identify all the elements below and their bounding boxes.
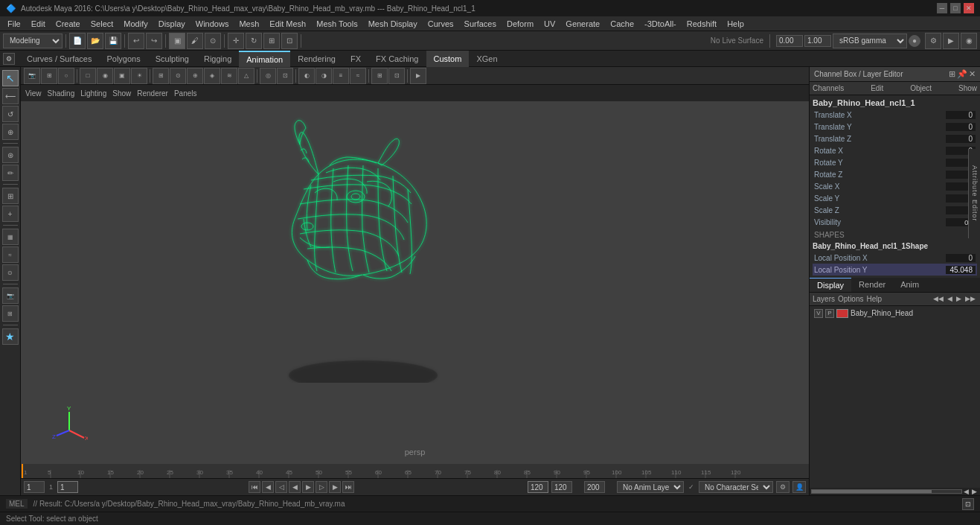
layer-color-swatch[interactable] xyxy=(836,309,848,318)
tab-fx-caching[interactable]: FX Caching xyxy=(368,51,426,67)
vp-view-menu[interactable]: View xyxy=(25,89,42,98)
show-manipulator-btn[interactable]: ⊞ xyxy=(2,188,19,204)
scroll-track[interactable] xyxy=(811,489,962,494)
2d-pan-btn[interactable]: ⊞ xyxy=(371,68,388,84)
next-key-btn[interactable]: ▷ xyxy=(316,481,327,493)
menu-modify[interactable]: Modify xyxy=(119,18,152,30)
channel-rotate-x[interactable]: Rotate X 0 xyxy=(813,144,977,156)
wireframe-btn[interactable]: □ xyxy=(80,68,96,84)
render-settings-btn[interactable]: ⚙ xyxy=(925,33,941,49)
redo-btn[interactable]: ↪ xyxy=(146,33,162,49)
rotate-btn[interactable]: ↻ xyxy=(246,33,262,49)
smooth-shade-btn[interactable]: ◉ xyxy=(97,68,113,84)
channel-scale-y[interactable]: Scale Y 1 xyxy=(813,192,977,204)
snap-grid-btn[interactable]: ▦ xyxy=(2,229,19,245)
menu-select[interactable]: Select xyxy=(86,18,118,30)
exposure-input[interactable] xyxy=(804,35,831,47)
scroll-thumb[interactable] xyxy=(812,490,932,493)
tab-display[interactable]: Display xyxy=(810,278,851,292)
render-btn[interactable]: ▶ xyxy=(943,33,959,49)
skip-start-btn[interactable]: ⏮ xyxy=(249,481,260,493)
current-frame-input[interactable] xyxy=(24,481,45,493)
joint-btn[interactable]: ⊙ xyxy=(170,68,186,84)
anim-prefs-btn[interactable]: ⚙ xyxy=(776,481,790,493)
vp-shading-menu[interactable]: Shading xyxy=(48,89,75,98)
channel-local-pos-x[interactable]: Local Position X 0 xyxy=(813,252,977,264)
play-back-btn[interactable]: ◀ xyxy=(289,481,301,493)
menu-create[interactable]: Create xyxy=(51,18,85,30)
options-menu-btn[interactable]: Options xyxy=(838,295,863,303)
channel-scale-x[interactable]: Scale X 1 xyxy=(813,180,977,192)
scroll-left-btn[interactable]: ◀ xyxy=(962,488,970,495)
prev-frame-btn[interactable]: ◀ xyxy=(262,481,274,493)
help-menu-btn[interactable]: Help xyxy=(866,295,882,303)
texture-btn[interactable]: ▣ xyxy=(114,68,130,84)
move-btn[interactable]: ✛ xyxy=(228,33,244,49)
layer-skip-start-btn[interactable]: ◀◀ xyxy=(932,295,945,302)
polygon-btn[interactable]: △ xyxy=(238,68,254,84)
paint-select-btn[interactable]: 🖌 xyxy=(187,33,203,49)
gamma-input[interactable] xyxy=(776,35,803,47)
timeline-ruler[interactable]: 1 5 10 15 20 25 30 xyxy=(21,464,809,479)
ao-btn[interactable]: ◑ xyxy=(316,68,332,84)
resolution-btn[interactable]: ⊡ xyxy=(277,68,293,84)
select-mode-btn[interactable]: ▣ xyxy=(169,33,185,49)
lighting-btn[interactable]: ☀ xyxy=(131,68,147,84)
cb-channels-menu[interactable]: Channels xyxy=(813,84,844,92)
color-profile-select[interactable]: sRGB gamma xyxy=(833,34,907,48)
workspace-settings-btn[interactable]: ⚙ xyxy=(3,53,15,65)
cb-expand-btn[interactable]: ⊞ xyxy=(949,69,955,79)
menu-mesh[interactable]: Mesh xyxy=(234,18,263,30)
menu-generate[interactable]: Generate xyxy=(561,18,604,30)
anim-layer-select[interactable]: No Anim Layer xyxy=(617,481,684,493)
char-prefs-btn[interactable]: 👤 xyxy=(792,481,806,493)
transform-tool-btn[interactable]: ⟵ xyxy=(2,88,19,104)
channel-scale-z[interactable]: Scale Z 1 xyxy=(813,204,977,216)
next-frame-btn[interactable]: ▶ xyxy=(329,481,341,493)
menu-curves[interactable]: Curves xyxy=(423,18,458,30)
tab-polygons[interactable]: Polygons xyxy=(99,51,147,67)
channel-translate-z[interactable]: Translate Z 0 xyxy=(813,133,977,144)
rotate-tool-btn[interactable]: ↺ xyxy=(2,106,19,122)
close-button[interactable]: ✕ xyxy=(964,3,974,13)
channel-rotate-z[interactable]: Rotate Z 0 xyxy=(813,168,977,180)
nurbs-btn[interactable]: ≋ xyxy=(221,68,237,84)
tab-sculpting[interactable]: Sculpting xyxy=(148,51,196,67)
grid-toggle-btn[interactable]: ⊞ xyxy=(153,68,169,84)
layers-menu-btn[interactable]: Layers xyxy=(813,295,835,303)
range-start-input[interactable] xyxy=(57,481,78,493)
tab-fx[interactable]: FX xyxy=(343,51,368,67)
xray-btn[interactable]: ◎ xyxy=(260,68,276,84)
maximize-button[interactable]: □ xyxy=(950,3,961,13)
save-scene-btn[interactable]: 💾 xyxy=(105,33,121,49)
tab-xgen[interactable]: XGen xyxy=(469,51,505,67)
panel-scrollbar[interactable]: ◀ ▶ xyxy=(810,488,980,495)
range-end-input[interactable] xyxy=(528,481,548,493)
skip-end-btn[interactable]: ⏭ xyxy=(342,481,354,493)
scroll-right-btn[interactable]: ▶ xyxy=(970,488,979,495)
cb-edit-menu[interactable]: Edit xyxy=(871,84,883,92)
motion-blur-btn[interactable]: ≈ xyxy=(350,68,366,84)
character-set-select[interactable]: No Character Set xyxy=(699,481,773,493)
sculpt-btn[interactable]: ✏ xyxy=(2,165,19,181)
menu-deform[interactable]: Deform xyxy=(502,18,538,30)
prev-key-btn[interactable]: ◁ xyxy=(275,481,287,493)
tab-render[interactable]: Render xyxy=(851,278,893,292)
layer-playback-toggle[interactable]: P xyxy=(825,309,834,318)
tab-animation[interactable]: Animation xyxy=(239,51,290,67)
scale-tool-btn[interactable]: ⊕ xyxy=(2,124,19,140)
cb-close-btn[interactable]: ✕ xyxy=(969,69,976,79)
menu-edit-mesh[interactable]: Edit Mesh xyxy=(265,18,310,30)
camera-btn[interactable]: 📷 xyxy=(2,287,19,304)
ik-btn[interactable]: ⊕ xyxy=(187,68,203,84)
snap-curve-btn[interactable]: ≈ xyxy=(2,246,19,263)
script-editor-btn[interactable]: ⊡ xyxy=(962,498,974,510)
vp-panels-menu[interactable]: Panels xyxy=(174,89,197,98)
menu-mesh-display[interactable]: Mesh Display xyxy=(364,18,422,30)
quad-btn[interactable]: ⊞ xyxy=(2,305,19,322)
soft-mod-btn[interactable]: ⊛ xyxy=(2,147,19,163)
menu-file[interactable]: File xyxy=(3,18,25,30)
isolate-btn[interactable]: ○ xyxy=(58,68,74,84)
channel-rotate-y[interactable]: Rotate Y 0 xyxy=(813,156,977,168)
tab-curves-surfaces[interactable]: Curves / Surfaces xyxy=(19,51,99,67)
